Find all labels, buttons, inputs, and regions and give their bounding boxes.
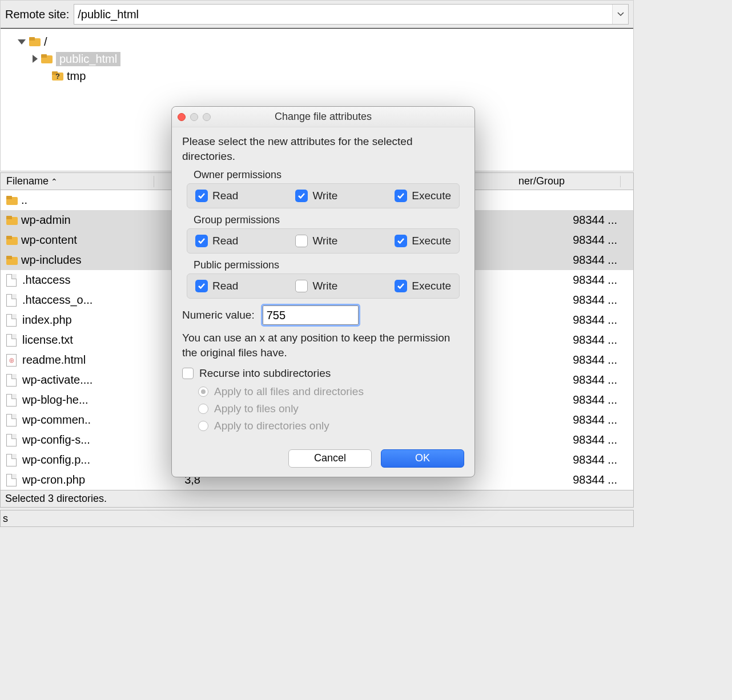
file-icon: [6, 294, 17, 307]
file-owner: 98344 ...: [573, 313, 617, 327]
file-owner: 98344 ...: [573, 453, 617, 466]
file-name: wp-content: [21, 234, 77, 247]
checkbox-icon[interactable]: [195, 190, 208, 202]
public-permissions-label: Public permissions: [194, 259, 464, 271]
file-name: wp-activate....: [22, 373, 92, 387]
file-icon: [6, 394, 17, 407]
dialog-titlebar[interactable]: Change file attributes: [172, 107, 474, 127]
numeric-value-input[interactable]: [263, 305, 359, 325]
file-owner: 98344 ...: [573, 413, 617, 427]
radio-apply-dirs: Apply to directories only: [198, 420, 464, 432]
group-permissions-label: Group permissions: [194, 214, 464, 226]
checkbox-icon[interactable]: [395, 235, 407, 247]
radio-apply-all: Apply to all files and directories: [198, 385, 464, 398]
remote-path-combobox[interactable]: [74, 4, 629, 25]
recurse-checkbox[interactable]: Recurse into subdirectories: [182, 367, 464, 380]
file-owner: 98344 ...: [573, 353, 617, 367]
write-checkbox[interactable]: Write: [295, 190, 337, 202]
change-file-attributes-dialog: Change file attributes Please select the…: [171, 106, 475, 477]
file-name: .htaccess: [22, 273, 70, 287]
owner-permissions-group: ReadWriteExecute: [187, 183, 460, 208]
file-name: ..: [21, 194, 27, 207]
file-name: license.txt: [22, 333, 73, 347]
remote-path-input[interactable]: [74, 7, 612, 22]
checkbox-icon[interactable]: [295, 280, 308, 292]
folder-unknown-icon: ?: [52, 71, 63, 81]
file-name: wp-admin: [21, 214, 71, 227]
execute-checkbox[interactable]: Execute: [395, 190, 451, 202]
file-icon: [6, 454, 17, 466]
file-name: index.php: [22, 313, 72, 327]
html-file-icon: ◎: [6, 354, 17, 367]
tree-item-label: public_html: [56, 52, 120, 66]
file-name: wp-config-s...: [22, 433, 90, 446]
chevron-down-icon[interactable]: [612, 5, 628, 24]
file-icon: [6, 334, 17, 347]
read-checkbox[interactable]: Read: [195, 280, 238, 292]
close-icon[interactable]: [178, 113, 186, 121]
group-permissions-group: ReadWriteExecute: [187, 228, 460, 254]
file-owner: 98344 ...: [573, 234, 617, 247]
file-name: .htaccess_o...: [22, 293, 92, 307]
minimize-icon: [190, 113, 198, 121]
radio-icon: [198, 387, 208, 397]
file-name: wp-includes: [21, 254, 82, 267]
checkbox-icon[interactable]: [295, 235, 308, 247]
remote-site-label: Remote site:: [5, 8, 69, 21]
folder-icon: [6, 196, 18, 205]
file-icon: [6, 474, 17, 486]
checkbox-icon[interactable]: [395, 280, 407, 292]
dialog-title: Change file attributes: [275, 111, 372, 123]
file-owner: 98344 ...: [573, 293, 617, 307]
zoom-icon: [203, 113, 211, 121]
owner-permissions-label: Owner permissions: [194, 169, 464, 181]
column-filename[interactable]: Filename ⌃: [1, 175, 149, 187]
file-owner: 98344 ...: [573, 273, 617, 287]
permission-note: You can use an x at any position to keep…: [182, 331, 464, 360]
tree-root[interactable]: /: [6, 33, 628, 50]
tree-tmp[interactable]: ? tmp: [6, 67, 628, 85]
file-icon: [6, 314, 17, 327]
folder-icon: [29, 37, 41, 46]
column-owner[interactable]: ner/Group: [518, 175, 616, 187]
tree-public-html[interactable]: public_html: [6, 50, 628, 67]
tree-item-label: tmp: [67, 70, 86, 83]
execute-checkbox[interactable]: Execute: [395, 235, 451, 247]
ok-button[interactable]: OK: [381, 449, 464, 468]
radio-apply-files: Apply to files only: [198, 403, 464, 415]
checkbox-icon[interactable]: [395, 190, 407, 202]
chevron-right-icon[interactable]: [33, 55, 38, 63]
cancel-button[interactable]: Cancel: [288, 449, 372, 468]
file-owner: 98344 ...: [573, 473, 617, 486]
checkbox-icon[interactable]: [182, 368, 194, 379]
file-owner: 98344 ...: [573, 214, 617, 227]
chevron-down-icon[interactable]: [18, 39, 26, 45]
dialog-instruction: Please select the new attributes for the…: [182, 134, 464, 163]
folder-icon: [41, 54, 53, 63]
read-checkbox[interactable]: Read: [195, 235, 238, 247]
file-owner: 98344 ...: [573, 254, 617, 267]
radio-icon: [198, 421, 208, 431]
file-icon: [6, 374, 17, 387]
write-checkbox[interactable]: Write: [295, 280, 337, 292]
sort-asc-icon: ⌃: [51, 177, 58, 186]
file-icon: [6, 274, 17, 287]
file-name: wp-commen..: [22, 413, 91, 427]
checkbox-icon[interactable]: [295, 190, 308, 202]
file-owner: 98344 ...: [573, 373, 617, 387]
status-bar: Selected 3 directories.: [1, 490, 633, 507]
folder-icon: [6, 236, 18, 245]
checkbox-icon[interactable]: [195, 235, 208, 247]
write-checkbox[interactable]: Write: [295, 235, 337, 247]
folder-icon: [6, 216, 18, 225]
file-icon: [6, 414, 17, 427]
file-owner: 98344 ...: [573, 333, 617, 347]
file-name: wp-cron.php: [22, 473, 85, 486]
log-panel: s: [0, 510, 634, 527]
checkbox-icon[interactable]: [195, 280, 208, 292]
file-icon: [6, 434, 17, 446]
execute-checkbox[interactable]: Execute: [395, 280, 451, 292]
read-checkbox[interactable]: Read: [195, 190, 238, 202]
tree-root-label: /: [44, 35, 47, 49]
file-name: wp-config.p...: [22, 453, 90, 466]
